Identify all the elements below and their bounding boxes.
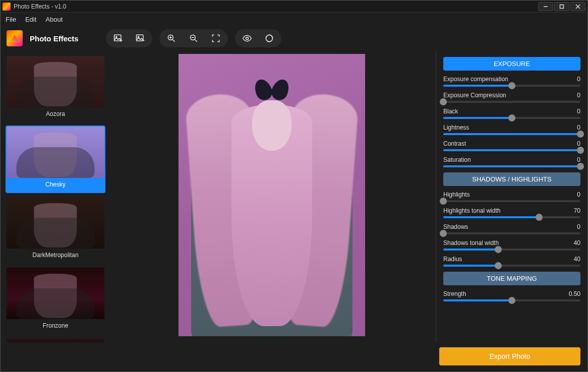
tool-group-zoom — [159, 29, 228, 47]
slider-shadows-4: Radius40 — [443, 256, 580, 267]
app-icon — [3, 3, 11, 11]
slider-track[interactable] — [443, 299, 580, 301]
slider-handle[interactable] — [495, 246, 502, 253]
slider-label: Shadows — [443, 223, 468, 230]
slider-value: 40 — [574, 239, 580, 246]
svg-line-12 — [172, 40, 174, 42]
content-area: AozoraCheskyDarkMetropolitanFronzone EXP… — [1, 51, 587, 342]
preset-label: Fronzone — [7, 319, 104, 333]
slider-track[interactable] — [443, 117, 580, 119]
slider-label: Shadows tonal width — [443, 239, 499, 246]
slider-handle[interactable] — [508, 114, 515, 121]
svg-rect-4 — [114, 35, 121, 41]
fit-screen-button[interactable] — [211, 33, 221, 43]
slider-fill — [443, 85, 512, 87]
preset-thumbnail — [7, 127, 104, 178]
slider-handle[interactable] — [440, 98, 447, 105]
export-button[interactable]: Export Photo — [439, 347, 580, 365]
slider-track[interactable] — [443, 200, 580, 202]
slider-value: 0 — [577, 108, 580, 115]
preset-fronzone[interactable]: Fronzone — [6, 267, 105, 334]
menu-file[interactable]: File — [6, 16, 16, 23]
add-image-button[interactable] — [113, 33, 123, 43]
slider-value: 70 — [574, 207, 580, 214]
menu-edit[interactable]: Edit — [25, 16, 36, 23]
app-badge-icon — [7, 30, 23, 46]
section-header-tone[interactable]: TONE MAPPING — [443, 272, 580, 285]
toolbar: Photo Effects — [1, 26, 587, 51]
slider-track[interactable] — [443, 85, 580, 87]
slider-label: Contrast — [443, 140, 466, 147]
slider-value: 0 — [577, 92, 580, 99]
window-title: Photo Effects - v1.0 — [14, 3, 537, 10]
slider-exposure-1: Exposure Compression0 — [443, 92, 580, 103]
slider-value: 0.50 — [569, 290, 580, 297]
slider-track[interactable] — [443, 265, 580, 267]
slider-track[interactable] — [443, 101, 580, 103]
zoom-in-button[interactable] — [166, 33, 177, 43]
slider-fill — [443, 165, 580, 167]
preset-aozora[interactable]: Aozora — [6, 55, 105, 122]
slider-handle[interactable] — [440, 230, 447, 237]
slider-label: Black — [443, 108, 458, 115]
svg-line-16 — [195, 40, 197, 42]
menu-about[interactable]: About — [45, 16, 63, 23]
minimize-button[interactable] — [538, 2, 553, 11]
slider-track[interactable] — [443, 232, 580, 234]
slider-handle[interactable] — [536, 214, 543, 221]
slider-handle[interactable] — [577, 147, 584, 154]
slider-value: 0 — [577, 140, 580, 147]
slider-handle[interactable] — [495, 262, 502, 269]
slider-label: Strength — [443, 290, 466, 297]
slider-value: 0 — [577, 156, 580, 163]
slider-exposure-2: Black0 — [443, 108, 580, 119]
slider-label: Highlights — [443, 191, 470, 198]
preset-thumbnail — [7, 56, 104, 107]
slider-shadows-3: Shadows tonal width40 — [443, 239, 580, 251]
slider-value: 0 — [577, 191, 580, 198]
refresh-button[interactable] — [264, 33, 274, 43]
maximize-button[interactable] — [554, 2, 569, 11]
slider-track[interactable] — [443, 133, 580, 135]
slider-shadows-1: Highlights tonal width70 — [443, 207, 580, 218]
app-window: Photo Effects - v1.0 File Edit About Pho… — [0, 0, 588, 372]
slider-fill — [443, 299, 512, 301]
canvas-area — [107, 51, 436, 342]
section-header-exposure[interactable]: EXPOSURE — [443, 57, 580, 71]
preset-chesky[interactable]: Chesky — [6, 126, 105, 193]
section-header-shadows[interactable]: SHADOWS / HIGHLIGHTS — [443, 172, 580, 186]
slider-exposure-3: Lightness0 — [443, 124, 580, 135]
slider-track[interactable] — [443, 249, 580, 251]
zoom-out-button[interactable] — [189, 33, 199, 43]
menubar: File Edit About — [1, 13, 587, 26]
slider-handle[interactable] — [508, 82, 515, 89]
preset-darkmetropolitan[interactable]: DarkMetropolitan — [6, 196, 105, 264]
slider-value: 0 — [577, 124, 580, 131]
preset-thumbnail — [7, 268, 104, 319]
slider-track[interactable] — [443, 216, 580, 218]
slider-exposure-5: Saturation0 — [443, 156, 580, 167]
svg-rect-8 — [136, 35, 143, 41]
slider-exposure-0: Exposure compensation0 — [443, 76, 580, 87]
slider-value: 0 — [577, 76, 580, 83]
close-button[interactable] — [570, 2, 585, 11]
slider-value: 0 — [577, 223, 580, 230]
preset-sidebar[interactable]: AozoraCheskyDarkMetropolitanFronzone — [1, 51, 107, 342]
slider-fill — [443, 249, 498, 251]
slider-label: Highlights tonal width — [443, 207, 500, 214]
controls-panel[interactable]: EXPOSUREExposure compensation0Exposure C… — [436, 51, 587, 342]
preview-button[interactable] — [242, 33, 252, 43]
slider-handle[interactable] — [577, 131, 584, 138]
footer: Export Photo — [1, 342, 587, 371]
slider-handle[interactable] — [577, 163, 584, 170]
slider-shadows-0: Highlights0 — [443, 191, 580, 202]
slider-track[interactable] — [443, 149, 580, 151]
slider-handle[interactable] — [508, 297, 515, 304]
remove-image-button[interactable] — [135, 33, 145, 43]
photo-preview[interactable] — [179, 54, 365, 336]
slider-handle[interactable] — [440, 198, 447, 205]
preset-label: DarkMetropolitan — [7, 249, 104, 263]
slider-track[interactable] — [443, 165, 580, 167]
preset-more[interactable] — [6, 337, 105, 342]
preset-label: Chesky — [7, 178, 104, 192]
